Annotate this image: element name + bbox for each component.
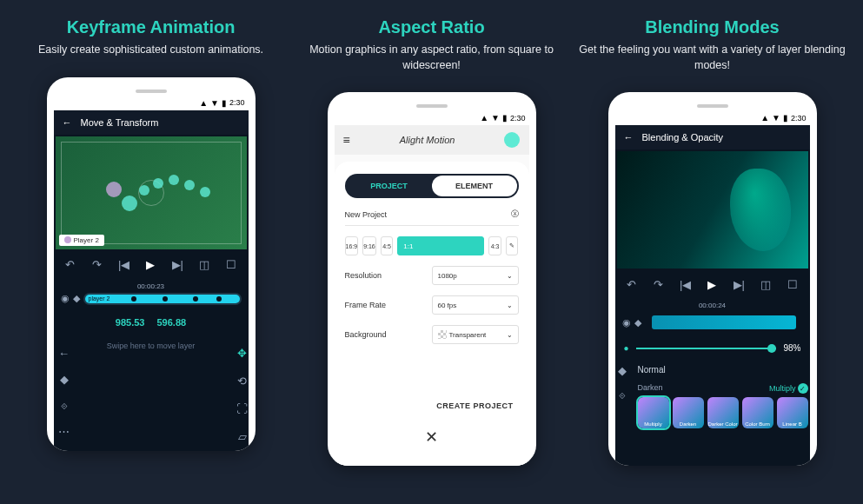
- background-select[interactable]: Transparent⌄: [432, 325, 519, 344]
- speaker: [136, 90, 167, 93]
- clip[interactable]: [652, 315, 796, 329]
- status-bar: ▲ ▼ ▮ 2:30: [615, 113, 810, 125]
- blend-mode-label[interactable]: Normal: [629, 360, 810, 380]
- tab-element[interactable]: ELEMENT: [432, 176, 517, 196]
- diamond-icon[interactable]: ◆: [57, 373, 71, 387]
- bookmark-icon[interactable]: ☐: [224, 258, 238, 272]
- wifi-icon: ▼: [491, 113, 500, 123]
- timeline[interactable]: 00:00:24 ◉ ◆: [615, 298, 810, 336]
- transport-controls: ↶ ↷ |◀ ▶ ▶| ◫ ☐: [54, 251, 249, 279]
- opacity-slider[interactable]: [636, 348, 777, 349]
- thumb-multiply[interactable]: Multiply: [638, 397, 669, 428]
- screen-title: Blending & Opacity: [642, 132, 724, 143]
- ratio-4-3[interactable]: 4:3: [488, 236, 501, 255]
- new-project-sheet: PROJECT ELEMENT New Project ⓧ 16:9 9:16 …: [335, 162, 529, 466]
- thumb-linear-burn[interactable]: Linear B: [777, 397, 808, 428]
- clear-icon[interactable]: ⓧ: [511, 209, 519, 220]
- tab-project[interactable]: PROJECT: [347, 176, 432, 196]
- panel-subtitle: Get the feeling you want with a variety …: [579, 43, 846, 73]
- thumb-darken[interactable]: Darken: [673, 397, 704, 428]
- play-icon[interactable]: ▶: [705, 277, 719, 291]
- framerate-select[interactable]: 60 fps⌄: [432, 295, 519, 315]
- phone-mockup: ▲ ▼ ▮ 2:30 ≡ Alight Motion PROJECT ELEME…: [328, 92, 536, 466]
- status-bar: ▲ ▼ ▮ 2:30: [335, 113, 529, 125]
- scale-icon[interactable]: ⛶: [236, 402, 249, 416]
- project-name-input[interactable]: New Project: [345, 210, 388, 219]
- move-icon[interactable]: ✥: [236, 347, 249, 361]
- avatar[interactable]: [504, 132, 520, 148]
- coordinates: 985.53 596.88: [54, 308, 249, 336]
- clip[interactable]: player 2: [85, 295, 240, 303]
- skip-start-icon[interactable]: |◀: [117, 258, 131, 272]
- diamond-icon[interactable]: ◆: [615, 363, 629, 377]
- keyframe-icon[interactable]: ◆: [73, 293, 80, 304]
- timestamp: 00:00:24: [622, 302, 803, 309]
- bookmark-icon[interactable]: ☐: [786, 277, 800, 291]
- layer-tag[interactable]: Player 2: [59, 235, 104, 246]
- transform-icon[interactable]: ⟐: [615, 388, 629, 401]
- thumb-color-burn[interactable]: Color Burn: [742, 397, 773, 428]
- resolution-select[interactable]: 1080p⌄: [432, 266, 519, 285]
- framerate-label: Frame Rate: [345, 301, 387, 309]
- rotate-icon[interactable]: ⟲: [236, 375, 249, 388]
- timestamp: 00:00:23: [61, 282, 242, 290]
- check-icon: ✓: [798, 383, 808, 394]
- skip-end-icon[interactable]: ▶|: [732, 277, 746, 291]
- wifi-icon: ▼: [210, 98, 219, 108]
- play-icon[interactable]: ▶: [143, 258, 157, 272]
- ratio-16-9[interactable]: 16:9: [345, 236, 359, 255]
- undo-icon[interactable]: ↶: [63, 258, 77, 272]
- ratio-1-1[interactable]: 1:1: [397, 236, 484, 255]
- blend-group-label: Darken: [638, 383, 663, 394]
- transform-icon[interactable]: ⟐: [57, 399, 71, 413]
- app-logo: Alight Motion: [400, 135, 455, 145]
- coord-x: 985.53: [116, 317, 145, 328]
- phone-mockup: ▲ ▼ ▮ 2:30 ← Move & Transform Player 2: [47, 77, 256, 451]
- panel-title: Aspect Ratio: [298, 17, 565, 37]
- ratio-custom[interactable]: ✎: [506, 236, 519, 255]
- chevron-down-icon: ⌄: [507, 302, 513, 309]
- preview-canvas[interactable]: [617, 151, 808, 269]
- skip-start-icon[interactable]: |◀: [679, 277, 693, 291]
- back-arrow-icon[interactable]: ←: [57, 347, 71, 361]
- opacity-dot-icon[interactable]: ●: [624, 343, 629, 353]
- undo-icon[interactable]: ↶: [625, 277, 639, 291]
- transport-controls: ↶ ↷ |◀ ▶ ▶| ◫ ☐: [615, 270, 810, 298]
- tabs: PROJECT ELEMENT: [345, 174, 519, 198]
- panel-subtitle: Motion graphics in any aspect ratio, fro…: [298, 43, 565, 73]
- crop-icon[interactable]: ◫: [759, 277, 773, 291]
- visibility-icon[interactable]: ◉: [622, 317, 631, 328]
- skip-end-icon[interactable]: ▶|: [170, 258, 184, 272]
- panel-title: Blending Modes: [579, 17, 846, 37]
- create-project-button[interactable]: CREATE PROJECT: [345, 401, 519, 410]
- timeline[interactable]: 00:00:23 ◉ ◆ player 2: [54, 279, 249, 308]
- battery-icon: ▮: [783, 113, 788, 123]
- back-icon[interactable]: ←: [624, 132, 634, 143]
- background-label: Background: [345, 330, 387, 339]
- menu-icon[interactable]: ≡: [343, 133, 350, 147]
- screen-title: Move & Transform: [81, 117, 159, 128]
- crop-icon[interactable]: ◫: [197, 258, 211, 272]
- coord-y: 596.88: [157, 317, 187, 328]
- visibility-icon[interactable]: ◉: [61, 293, 70, 304]
- status-bar: ▲ ▼ ▮ 2:30: [54, 98, 249, 110]
- phone-mockup: ▲ ▼ ▮ 2:30 ← Blending & Opacity ↶ ↷ |◀ ▶…: [608, 92, 817, 466]
- clock: 2:30: [791, 114, 807, 123]
- chevron-down-icon: ⌄: [507, 272, 513, 280]
- ratio-9-16[interactable]: 9:16: [362, 236, 376, 255]
- opacity-value: 98%: [783, 343, 800, 353]
- back-icon[interactable]: ←: [63, 117, 72, 128]
- signal-icon: ▲: [199, 98, 208, 108]
- ratio-4-5[interactable]: 4:5: [381, 236, 394, 255]
- keyframe-icon[interactable]: ◆: [634, 317, 641, 328]
- resolution-label: Resolution: [345, 271, 382, 280]
- skew-icon[interactable]: ▱: [236, 430, 249, 444]
- redo-icon[interactable]: ↷: [652, 277, 666, 291]
- redo-icon[interactable]: ↷: [90, 258, 104, 272]
- close-icon[interactable]: ✕: [345, 421, 519, 454]
- signal-icon: ▲: [480, 113, 488, 123]
- thumb-darker-color[interactable]: Darker Color: [707, 397, 739, 428]
- preview-canvas[interactable]: Player 2: [56, 136, 247, 249]
- wifi-icon: ▼: [772, 113, 780, 123]
- more-icon[interactable]: ⋯: [57, 425, 71, 439]
